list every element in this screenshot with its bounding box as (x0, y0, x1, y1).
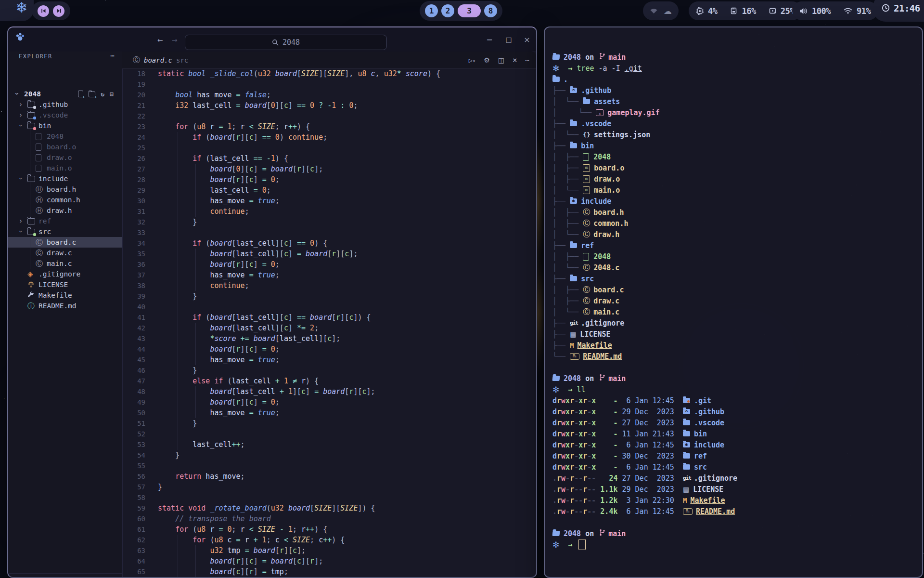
line-number: 55 (131, 460, 145, 471)
clock-widget[interactable]: 21:46 (873, 0, 924, 22)
explorer-item-draw.o[interactable]: draw.o (8, 152, 122, 163)
explorer-item-src[interactable]: ›src (8, 226, 122, 237)
split-editor-icon[interactable]: ◫ (498, 56, 504, 64)
terminal-window[interactable]: 2048 on main✻ → tree -a -I .git.├── ᴖ.gi… (544, 26, 923, 578)
image-icon: ▴ (596, 109, 603, 116)
code-line: 23 for (u8 r = 1; r < SIZE; r++) { (122, 121, 536, 132)
permissions: drwxr-xr-x (552, 396, 596, 405)
breadcrumb[interactable]: Ⓒ board.c src (133, 52, 188, 68)
code-editor[interactable]: 18static bool _slide_col(u32 board[SIZE]… (122, 68, 536, 577)
previous-track-button[interactable] (38, 5, 49, 17)
code-line: 36 board[r][c] = 0; (122, 259, 536, 270)
explorer-item-board.c[interactable]: Ⓒboard.c (8, 237, 122, 248)
explorer-item-label: ref (38, 217, 51, 225)
system-stats-widget[interactable]: 4%16%25% (689, 1, 802, 20)
search-input[interactable]: 2048 (185, 35, 387, 50)
explorer-item-.gitignore[interactable]: ◈.gitignore (8, 269, 122, 279)
code-line: 56 return has_move; (122, 471, 536, 482)
tree-entry: ├── bin (552, 140, 922, 151)
vscode-titlebar[interactable]: ← → 2048 − □ × (8, 27, 536, 52)
code-text: has_move = true; (158, 407, 280, 418)
listing-row: drwxr-xr-x - 6 Jan 12:45 ✱include (552, 439, 922, 450)
explorer-item-draw.c[interactable]: Ⓒdraw.c (8, 248, 122, 258)
workspace-button-3[interactable]: 3 (458, 4, 481, 17)
outline-panel[interactable]: › OUTLINE (8, 576, 122, 578)
terminal-prompt: 2048 on main (552, 373, 922, 384)
code-line: 31 continue; (122, 206, 536, 217)
workspace-button-2[interactable]: 2 (441, 4, 454, 17)
more-actions-icon[interactable]: ⋯ (526, 56, 529, 64)
h-file-icon: Ⓗ (36, 186, 43, 193)
explorer-item-Makefile[interactable]: Makefile (8, 290, 122, 301)
audio-network-widget[interactable]: 100% 91% (792, 1, 878, 20)
permissions: drwxr-xr-x (552, 441, 596, 449)
line-number: 30 (131, 196, 145, 206)
code-text: board[c][r] = tmp; (158, 566, 288, 577)
binary-icon: 01 (583, 164, 590, 172)
line-number: 56 (131, 471, 145, 482)
collapse-all-icon[interactable]: ⊟ (110, 91, 114, 98)
explorer-item-board.o[interactable]: board.o (8, 142, 122, 152)
file-icon (36, 144, 41, 151)
explorer-item-.vscode[interactable]: ›.vscode (8, 110, 122, 120)
line-number: 54 (131, 450, 145, 460)
explorer-more-icon[interactable]: ⋯ (110, 52, 115, 60)
chevron-right-icon: › (19, 101, 22, 108)
explorer-item-board.h[interactable]: Ⓗboard.h (8, 184, 122, 195)
code-text: u32 tmp = board[r][c]; (158, 545, 306, 556)
nav-back-button[interactable]: ← (157, 34, 163, 45)
next-track-button[interactable] (53, 5, 64, 17)
license-scales-icon (27, 281, 35, 289)
close-button[interactable]: × (520, 32, 534, 47)
explorer-item-main.o[interactable]: main.o (8, 163, 122, 173)
breadcrumb-file: board.c (144, 56, 172, 64)
code-text: board[r][c] = board[c][r]; (158, 556, 323, 566)
line-number: 32 (131, 217, 145, 227)
maximize-button[interactable]: □ (501, 32, 516, 47)
line-number: 28 (131, 174, 145, 185)
permissions: drwxr-xr-x (552, 419, 596, 427)
line-number: 43 (131, 333, 145, 344)
git-text-icon: git (683, 475, 691, 481)
explorer-item-ref[interactable]: ›ref (8, 216, 122, 226)
line-number: 26 (131, 153, 145, 164)
code-text: board[last_cell][c] *= 2; (158, 323, 319, 333)
file-icon (36, 133, 41, 140)
explorer-item-2048[interactable]: ›2048↻⊟ (8, 89, 122, 99)
explorer-item-2048[interactable]: 2048 (8, 131, 122, 142)
c-hex-icon: Ⓒ (583, 286, 590, 293)
refresh-icon[interactable]: ↻ (101, 91, 104, 98)
top-status-bar: ❄ 1238 ☁ 4%16%25% 100% (0, 0, 924, 22)
explorer-item-common.h[interactable]: Ⓗcommon.h (8, 195, 122, 205)
tree-entry: │ ├── 01draw.o (552, 173, 922, 184)
tree-entry: . (552, 74, 922, 85)
folder-icon (683, 431, 690, 436)
launcher-button[interactable]: ❄ (0, 0, 34, 21)
disk-icon (769, 7, 776, 14)
new-file-icon[interactable] (78, 91, 83, 97)
folder-icon (583, 99, 590, 104)
explorer-item-draw.h[interactable]: Ⓗdraw.h (8, 205, 122, 216)
close-editor-icon[interactable]: × (513, 55, 517, 65)
weather-widget[interactable]: ☁ (643, 1, 679, 20)
explorer-item-LICENSE[interactable]: LICENSE (8, 279, 122, 290)
nav-forward-button[interactable]: → (172, 34, 177, 45)
new-folder-icon[interactable] (89, 92, 95, 97)
line-number: 52 (131, 429, 145, 439)
code-line: 48 board[last_cell + 1][c] = board[r][c]… (122, 386, 536, 397)
minimize-button[interactable]: − (482, 32, 497, 47)
explorer-item-include[interactable]: ›include (8, 173, 122, 184)
explorer-item-bin[interactable]: ›bin (8, 120, 122, 131)
run-button[interactable]: ▷▾ (469, 56, 475, 64)
explorer-item-.github[interactable]: ›.github (8, 99, 122, 110)
settings-gear-icon[interactable]: ⚙ (484, 56, 490, 64)
explorer-item-README.md[interactable]: ⓘREADME.md (8, 301, 122, 311)
code-text: } (158, 365, 197, 376)
explorer-item-main.c[interactable]: Ⓒmain.c (8, 258, 122, 269)
md-badge-icon: M↓ (570, 353, 579, 360)
workspace-button-8[interactable]: 8 (484, 4, 497, 17)
line-number: 44 (131, 344, 145, 355)
code-line: 33 (122, 227, 536, 238)
workspace-button-1[interactable]: 1 (425, 4, 438, 17)
chevron-down-icon: › (13, 92, 20, 95)
